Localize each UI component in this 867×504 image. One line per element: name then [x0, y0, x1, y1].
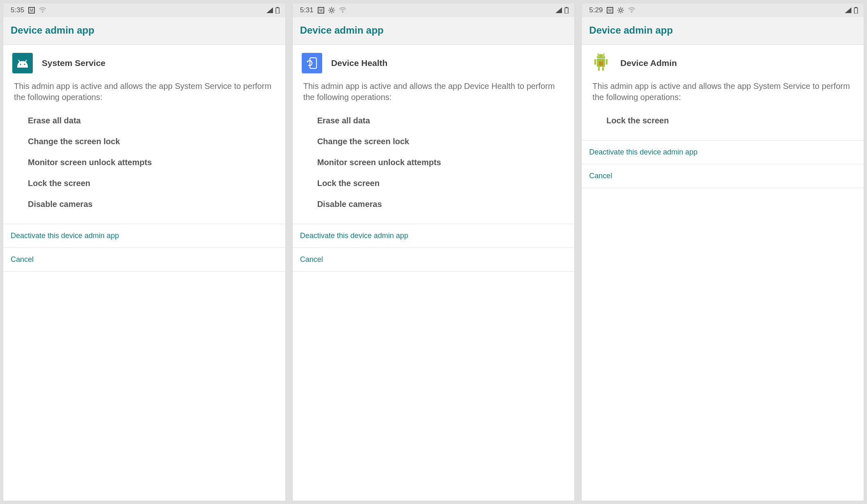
permission-item: Erase all data [3, 110, 285, 131]
permission-item: Lock the screen [3, 173, 285, 194]
svg-line-34 [619, 8, 619, 9]
permission-item: Change the screen lock [293, 131, 575, 152]
svg-marker-3 [266, 7, 273, 13]
android-robot-icon [591, 53, 611, 73]
status-right [555, 7, 569, 14]
status-time: 5:35 [11, 6, 24, 14]
svg-point-8 [20, 64, 21, 65]
svg-point-12 [330, 9, 333, 11]
svg-point-38 [631, 12, 632, 13]
phone-refresh-icon [302, 53, 322, 73]
svg-marker-22 [555, 7, 562, 13]
page-title: Device admin app [589, 25, 856, 36]
deactivate-button[interactable]: Deactivate this device admin app [293, 224, 575, 248]
svg-text:M: M [608, 8, 612, 13]
svg-rect-46 [606, 59, 608, 65]
status-time: 5:31 [300, 6, 314, 14]
svg-marker-39 [845, 7, 851, 13]
svg-line-20 [329, 12, 330, 13]
svg-rect-45 [594, 59, 596, 65]
android-head-icon [12, 53, 33, 73]
svg-line-18 [333, 12, 334, 13]
wifi-icon [628, 7, 635, 13]
app-name: Device Health [331, 58, 388, 68]
deactivate-button[interactable]: Deactivate this device admin app [582, 140, 864, 164]
cancel-button[interactable]: Cancel [293, 248, 575, 272]
svg-point-2 [42, 12, 43, 13]
svg-rect-5 [276, 8, 279, 14]
status-right [845, 7, 858, 14]
permission-item: Erase all data [293, 110, 575, 131]
square-m-icon: M [318, 7, 324, 14]
status-time: 5:29 [589, 6, 603, 14]
svg-point-50 [598, 56, 599, 57]
admin-description: This admin app is active and allows the … [3, 78, 285, 109]
svg-line-36 [622, 8, 623, 9]
gear-icon [617, 7, 624, 14]
battery-icon [564, 7, 569, 14]
status-left: 5:31 M [300, 6, 346, 14]
square-m-icon: M [607, 7, 613, 14]
permission-item: Change the screen lock [3, 131, 285, 152]
spacer [293, 272, 575, 501]
svg-text:M: M [30, 8, 33, 13]
wifi-icon [339, 7, 346, 13]
status-bar: 5:31 M [293, 3, 575, 17]
page-title: Device admin app [300, 25, 567, 36]
svg-line-7 [25, 60, 27, 62]
permission-item: Monitor screen unlock attempts [3, 152, 285, 173]
svg-point-9 [24, 64, 25, 65]
permission-item: Disable cameras [3, 194, 285, 215]
svg-line-35 [622, 12, 623, 13]
screen-3: 5:29 M Device admin app [582, 3, 864, 501]
page-header: Device admin app [3, 17, 285, 45]
status-bar: 5:29 M [582, 3, 864, 17]
svg-line-37 [619, 12, 619, 13]
gear-icon [328, 7, 335, 14]
signal-icon [555, 7, 562, 13]
status-right [266, 7, 280, 14]
signal-icon [266, 7, 273, 13]
svg-rect-25 [310, 58, 316, 68]
app-row: System Service [3, 45, 285, 78]
square-m-icon: M [28, 7, 35, 14]
app-name: System Service [42, 58, 105, 68]
admin-description: This admin app is active and allows the … [582, 78, 864, 109]
svg-rect-24 [565, 8, 568, 14]
permission-list: Erase all data Change the screen lock Mo… [293, 109, 575, 224]
page-title: Device admin app [11, 25, 278, 36]
svg-point-21 [342, 12, 343, 13]
svg-rect-47 [598, 67, 600, 71]
status-left: 5:29 M [589, 6, 635, 14]
wifi-icon [39, 7, 46, 13]
signal-icon [845, 7, 851, 13]
cancel-button[interactable]: Cancel [3, 248, 285, 272]
screen-1: 5:35 M Device admin app System Service T… [3, 3, 285, 501]
svg-line-42 [598, 53, 598, 55]
status-bar: 5:35 M [3, 3, 285, 17]
permission-item: Disable cameras [293, 194, 575, 215]
permission-list: Lock the screen [582, 109, 864, 140]
battery-icon [275, 7, 280, 14]
svg-rect-41 [854, 8, 858, 14]
svg-rect-49 [599, 61, 603, 66]
svg-line-43 [603, 53, 604, 55]
cancel-button[interactable]: Cancel [582, 164, 864, 188]
svg-line-6 [18, 60, 20, 62]
app-row: Device Health [293, 45, 575, 78]
app-row: Device Admin [582, 45, 864, 78]
app-name: Device Admin [620, 58, 677, 68]
admin-description: This admin app is active and allows the … [293, 78, 575, 109]
svg-rect-48 [602, 67, 604, 71]
permission-item: Lock the screen [582, 110, 864, 131]
deactivate-button[interactable]: Deactivate this device admin app [3, 224, 285, 248]
svg-text:M: M [319, 8, 323, 13]
svg-line-19 [333, 8, 334, 9]
svg-line-17 [329, 8, 330, 9]
battery-icon [854, 7, 858, 14]
svg-marker-26 [307, 61, 309, 63]
permission-list: Erase all data Change the screen lock Mo… [3, 109, 285, 224]
permission-item: Lock the screen [293, 173, 575, 194]
page-header: Device admin app [293, 17, 575, 45]
status-left: 5:35 M [11, 6, 46, 14]
